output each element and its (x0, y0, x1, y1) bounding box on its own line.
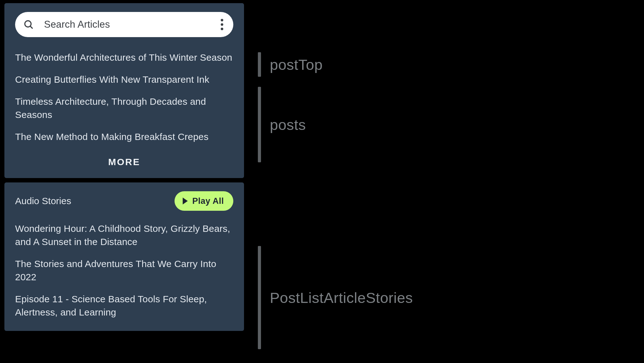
audio-stories-card: Audio Stories Play All Wondering Hour: A… (4, 182, 244, 331)
audio-item[interactable]: The Stories and Adventures That We Carry… (15, 253, 233, 288)
annotation-posts: posts (258, 87, 306, 162)
annotation-label: postTop (270, 56, 323, 73)
annotation-label: posts (270, 116, 306, 133)
svg-line-1 (30, 26, 33, 29)
annotation-post-list-article-stories: PostListArticleStories (258, 246, 413, 349)
posts-card: Search Articles The Wonderful Architectu… (4, 3, 244, 178)
audio-header: Audio Stories Play All (15, 191, 233, 211)
annotation-bar (258, 246, 261, 349)
annotation-bar (258, 52, 261, 77)
post-item[interactable]: Creating Butterflies With New Transparen… (15, 69, 233, 91)
annotation-post-top: postTop (258, 52, 323, 77)
post-item[interactable]: Timeless Architecture, Through Decades a… (15, 91, 233, 126)
play-icon (183, 198, 188, 204)
audio-item[interactable]: Episode 11 - Science Based Tools For Sle… (15, 288, 233, 323)
post-item[interactable]: The Wonderful Architectures of This Wint… (15, 47, 233, 69)
audio-item[interactable]: Wondering Hour: A Childhood Story, Grizz… (15, 218, 233, 253)
annotation-label: PostListArticleStories (270, 289, 413, 306)
phone-preview-column: Search Articles The Wonderful Architectu… (0, 0, 248, 331)
annotation-bar (258, 87, 261, 162)
play-all-label: Play All (192, 196, 224, 206)
more-vert-icon[interactable] (221, 19, 223, 30)
audio-section-title: Audio Stories (15, 196, 71, 206)
more-button[interactable]: MORE (15, 148, 233, 170)
svg-point-0 (25, 21, 31, 27)
annotation-column: postTop posts PostListArticleStories (248, 0, 644, 363)
search-placeholder: Search Articles (44, 19, 221, 30)
search-icon (23, 19, 34, 30)
search-bar[interactable]: Search Articles (15, 12, 233, 37)
post-item[interactable]: The New Method to Making Breakfast Crepe… (15, 126, 233, 148)
play-all-button[interactable]: Play All (175, 191, 233, 211)
